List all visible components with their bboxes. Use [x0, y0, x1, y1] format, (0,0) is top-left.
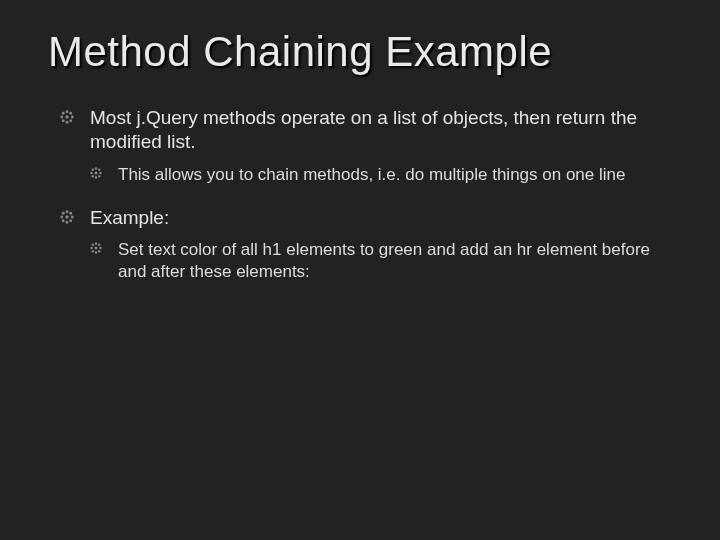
svg-point-19: [66, 210, 69, 213]
list-item-text: Most j.Query methods operate on a list o…: [90, 107, 637, 152]
svg-point-22: [71, 215, 74, 218]
list-item-text: Set text color of all h1 elements to gre…: [118, 240, 650, 281]
svg-point-23: [62, 211, 65, 214]
svg-point-10: [95, 167, 97, 169]
list-item: Example: Set text color of all h1 elemen…: [60, 206, 660, 284]
svg-point-24: [69, 211, 72, 214]
svg-point-13: [99, 171, 101, 173]
svg-point-25: [62, 219, 65, 222]
slide-title: Method Chaining Example: [48, 28, 720, 76]
list-item-text: Example:: [90, 207, 169, 228]
list-item-text: This allows you to chain methods, i.e. d…: [118, 165, 625, 184]
svg-point-30: [90, 247, 92, 249]
svg-point-27: [95, 247, 98, 250]
svg-point-15: [98, 168, 100, 170]
svg-point-32: [92, 244, 94, 246]
asterisk-icon: [60, 210, 74, 224]
svg-point-2: [66, 121, 69, 124]
svg-point-29: [95, 252, 97, 254]
svg-point-4: [71, 116, 74, 119]
slide: Method Chaining Example Most j.Query met…: [0, 28, 720, 540]
svg-point-3: [60, 116, 63, 119]
svg-point-35: [98, 250, 100, 252]
svg-point-5: [62, 112, 65, 115]
svg-point-20: [66, 220, 69, 223]
svg-point-1: [66, 110, 69, 113]
svg-point-9: [95, 171, 98, 174]
svg-point-6: [69, 112, 72, 115]
svg-point-18: [65, 215, 69, 219]
list-item: Set text color of all h1 elements to gre…: [90, 239, 660, 283]
svg-point-14: [92, 168, 94, 170]
list-item: This allows you to chain methods, i.e. d…: [90, 164, 660, 186]
svg-point-16: [92, 175, 94, 177]
svg-point-34: [92, 250, 94, 252]
svg-point-33: [98, 244, 100, 246]
asterisk-icon: [60, 110, 74, 124]
svg-point-8: [69, 119, 72, 122]
svg-point-11: [95, 176, 97, 178]
bullet-list: Most j.Query methods operate on a list o…: [60, 106, 660, 284]
svg-point-21: [60, 215, 63, 218]
sub-list: This allows you to chain methods, i.e. d…: [90, 164, 660, 186]
svg-point-31: [99, 247, 101, 249]
sub-list: Set text color of all h1 elements to gre…: [90, 239, 660, 283]
svg-point-17: [98, 175, 100, 177]
list-item: Most j.Query methods operate on a list o…: [60, 106, 660, 186]
svg-point-28: [95, 243, 97, 245]
svg-point-7: [62, 119, 65, 122]
svg-point-0: [65, 115, 69, 119]
asterisk-icon: [90, 167, 102, 179]
svg-point-26: [69, 219, 72, 222]
svg-point-12: [90, 171, 92, 173]
asterisk-icon: [90, 242, 102, 254]
